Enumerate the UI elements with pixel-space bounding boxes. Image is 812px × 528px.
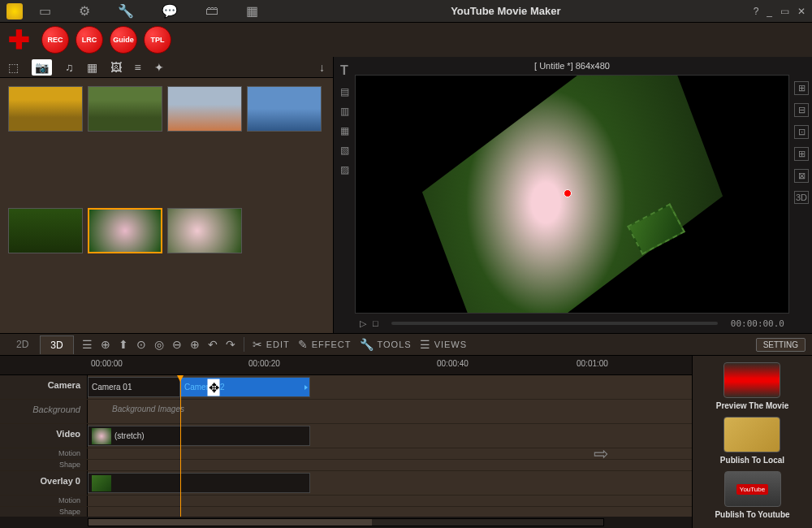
menu-icon[interactable]: ☰ [82, 338, 93, 351]
publish-youtube-button[interactable]: Publish To Youtube [715, 471, 789, 519]
preview-canvas[interactable] [355, 75, 789, 314]
background-hint: Background Images [112, 405, 184, 413]
color-icon[interactable]: ▦ [246, 3, 258, 19]
layout-3-icon[interactable]: ⊡ [794, 125, 809, 139]
play-circle-icon[interactable]: ⊙ [136, 338, 146, 351]
align-middle-icon[interactable]: ▧ [337, 145, 352, 156]
list-tab-icon[interactable]: ≡ [135, 61, 141, 74]
media-panel: ⬚ 📷 ♫ ▦ 🖼 ≡ ✦ ↓ [0, 57, 333, 333]
horizontal-scrollbar[interactable] [0, 517, 692, 528]
publish-local-button[interactable]: Publish To Local [720, 417, 784, 465]
redo-icon[interactable]: ↷ [226, 338, 235, 351]
thumbnail-3[interactable] [167, 86, 242, 132]
publish-local-label: Publish To Local [720, 456, 784, 465]
chat-icon[interactable]: 💬 [162, 3, 178, 19]
track-overlay0-motion-label: Motion [0, 496, 88, 506]
close-button[interactable]: ✕ [797, 6, 806, 17]
stop-icon[interactable]: □ [373, 318, 378, 328]
stop-circle-icon[interactable]: ◎ [154, 338, 164, 351]
wand-icon: ✎ [298, 338, 309, 351]
text-tool-icon[interactable]: T [337, 63, 352, 78]
layout-1-icon[interactable]: ⊞ [794, 81, 809, 95]
effect-label: Effect [312, 340, 352, 349]
titlebar: ▭ ⚙ 🔧 💬 🗃 ▦ YouTube Movie Maker ? _ ▭ ✕ [0, 0, 812, 23]
add-button[interactable]: ✚ [8, 24, 30, 55]
track-overlay0-shape-content[interactable] [88, 507, 692, 517]
track-background-label: Background [0, 400, 88, 423]
clip-camera-01[interactable]: Camera 01 [88, 377, 180, 397]
clip-overlay0-thumb [92, 475, 111, 491]
ruler-mark-1: 00:00:20 [248, 359, 280, 368]
track-overlay0-motion-content[interactable] [88, 496, 692, 506]
thumbnail-6[interactable] [88, 208, 162, 253]
track-overlay0-content[interactable] [88, 471, 692, 495]
wrench-icon[interactable]: 🔧 [118, 3, 134, 19]
tab-3d[interactable]: 3D [40, 335, 73, 354]
folder-icon[interactable]: ▭ [39, 3, 51, 19]
track-background-content[interactable]: Background Images [88, 400, 692, 423]
media-type-tabs: ⬚ 📷 ♫ ▦ 🖼 ≡ ✦ ↓ [0, 57, 333, 78]
photo-tab-icon[interactable]: 📷 [32, 59, 52, 76]
track-overlay0-motion: Motion [0, 496, 692, 507]
preview-time: 00:00:00.0 [731, 318, 784, 329]
music-tab-icon[interactable]: ♫ [65, 61, 74, 74]
add-media-icon[interactable]: ⊕ [101, 338, 110, 351]
tracks-container: Camera Camera 01 Camera 02 ✥ Background … [0, 375, 692, 517]
layout-5-icon[interactable]: ⊠ [794, 169, 809, 183]
time-ruler[interactable]: 00:00:00 00:00:20 00:00:40 00:01:00 [0, 356, 692, 375]
align-top-icon[interactable]: ▦ [337, 125, 352, 136]
lrc-button[interactable]: LRC [76, 26, 103, 54]
image-tab-icon[interactable]: 🖼 [110, 61, 122, 74]
arrow-icon[interactable]: ⇨ [594, 444, 608, 465]
thumbnail-5[interactable] [8, 208, 83, 253]
undo-icon[interactable]: ↶ [208, 338, 218, 351]
preview-movie-label: Preview The Movie [716, 401, 788, 410]
zoom-out-icon[interactable]: ⊖ [172, 338, 182, 351]
minimize-button[interactable]: _ [767, 6, 772, 17]
preview-right-tools: ⊞ ⊟ ⊡ ⊞ ⊠ 3D [791, 75, 812, 210]
layout-2-icon[interactable]: ⊟ [794, 103, 809, 117]
thumbnail-4[interactable] [247, 86, 322, 132]
preview-slider[interactable] [391, 322, 718, 325]
maximize-button[interactable]: ▭ [780, 6, 789, 17]
tpl-button[interactable]: TPL [144, 26, 171, 54]
preview-image[interactable] [421, 75, 722, 314]
effects-tab-icon[interactable]: ▦ [87, 61, 97, 74]
record-button[interactable]: REC [41, 26, 69, 54]
h-scroll-thumb[interactable] [89, 519, 372, 526]
view-3d-icon[interactable]: 3D [794, 191, 809, 204]
up-arrow-icon[interactable]: ⬆ [119, 338, 128, 351]
guide-button[interactable]: Guide [110, 26, 137, 54]
database-icon[interactable]: 🗃 [205, 3, 218, 19]
clip-camera-02[interactable]: Camera 02 ✥ [180, 377, 310, 397]
media-thumbnails [0, 78, 333, 333]
align-left-icon[interactable]: ▤ [337, 86, 352, 97]
views-button[interactable]: ☰Views [420, 338, 467, 351]
tools-button[interactable]: 🔧Tools [360, 338, 412, 351]
playhead[interactable] [180, 375, 181, 517]
preview-movie-button[interactable]: Preview The Movie [716, 362, 788, 410]
zoom-in-icon[interactable]: ⊕ [190, 338, 200, 351]
views-icon: ☰ [420, 338, 431, 351]
thumbnail-7[interactable] [167, 208, 242, 253]
clip-video[interactable]: (stretch) [88, 426, 310, 446]
video-tab-icon[interactable]: ⬚ [8, 61, 19, 74]
track-camera: Camera Camera 01 Camera 02 ✥ [0, 375, 692, 400]
clip-overlay0[interactable] [88, 473, 310, 493]
plugin-tab-icon[interactable]: ✦ [154, 61, 164, 74]
align-center-icon[interactable]: ▥ [337, 106, 352, 117]
app-title: YouTube Movie Maker [258, 5, 754, 17]
edit-button[interactable]: ✂Edit [253, 338, 290, 351]
tab-2d[interactable]: 2D [6, 335, 38, 354]
setting-button[interactable]: SETTING [756, 338, 806, 352]
preview-center-marker[interactable] [564, 189, 572, 197]
play-icon[interactable]: ▷ [360, 318, 366, 329]
effect-button[interactable]: ✎Effect [298, 338, 352, 351]
layout-4-icon[interactable]: ⊞ [794, 147, 809, 161]
thumbnail-1[interactable] [8, 86, 83, 132]
align-bottom-icon[interactable]: ▨ [337, 164, 352, 175]
download-icon[interactable]: ↓ [319, 61, 325, 74]
help-button[interactable]: ? [754, 6, 759, 17]
gear-icon[interactable]: ⚙ [79, 3, 90, 19]
thumbnail-2[interactable] [88, 86, 162, 132]
